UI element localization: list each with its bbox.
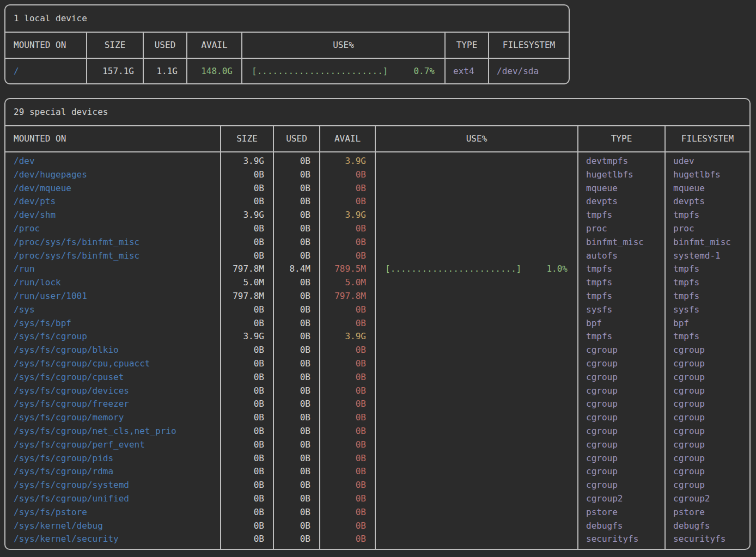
cell-use (376, 438, 577, 452)
cell-type: cgroup (578, 438, 664, 452)
cell-avail: 0B (320, 168, 375, 182)
cell-size: 0B (221, 249, 273, 263)
cell-fs: cgroup (666, 438, 749, 452)
cell-size: 3.9G (221, 209, 273, 222)
cell-use (376, 222, 577, 236)
cell-mount: /dev/shm (5, 209, 220, 222)
cell-size: 0B (221, 465, 273, 479)
cell-avail: 0B (320, 438, 375, 452)
cell-size: 0B (221, 452, 273, 466)
cell-mount: /sys/fs/cgroup/freezer (5, 397, 220, 411)
cell-use (376, 344, 577, 357)
cell-fs: pstore (666, 506, 749, 519)
usage-bar: [........................] (252, 59, 388, 83)
cell-use (376, 236, 577, 249)
cell-mount: /proc (5, 222, 220, 236)
cell-used: 0B (274, 182, 319, 195)
cell-avail: 0B (320, 317, 375, 330)
cell-used: 0B (274, 452, 319, 466)
cell-fs: cgroup (666, 479, 749, 492)
cell-size: 0B (221, 371, 273, 384)
cell-use (376, 492, 577, 506)
column-body-mounted-on: / (5, 59, 86, 83)
cell-fs: cgroup (666, 465, 749, 479)
cell-use (376, 384, 577, 398)
cell-use (376, 532, 577, 546)
cell-type: devpts (578, 195, 664, 209)
column-header-use-percent: USE% (376, 126, 577, 152)
cell-used: 0B (274, 465, 319, 479)
cell-use (376, 465, 577, 479)
cell-fs: cgroup (666, 452, 749, 466)
column-header-avail: AVAIL (187, 33, 241, 59)
cell-avail: 5.0M (320, 276, 375, 290)
cell-avail: 0B (320, 519, 375, 533)
cell-use (376, 182, 577, 195)
cell-size: 0B (221, 506, 273, 519)
cell-fs: cgroup (666, 384, 749, 398)
cell-size: 0B (221, 168, 273, 182)
cell-use (376, 371, 577, 384)
cell-mount: /run (5, 262, 220, 276)
table-columns: MOUNTED ON /dev/dev/hugepages/dev/mqueue… (5, 126, 749, 549)
cell-type: devtmpfs (578, 155, 664, 168)
cell-type: ext4 (446, 59, 488, 83)
cell-size: 0B (221, 411, 273, 425)
cell-avail: 0B (320, 425, 375, 438)
cell-size: 0B (221, 384, 273, 398)
cell-avail: 0B (320, 479, 375, 492)
cell-used: 0B (274, 290, 319, 303)
cell-fs: cgroup (666, 371, 749, 384)
cell-type: tmpfs (578, 330, 664, 344)
cell-size: 3.9G (221, 330, 273, 344)
cell-mount: /sys/fs/cgroup/rdma (5, 465, 220, 479)
cell-used: 0B (274, 492, 319, 506)
column-used: USED 1.1G (144, 33, 187, 83)
cell-used: 0B (274, 532, 319, 546)
cell-type: binfmt_misc (578, 236, 664, 249)
column-body-use-percent: [........................]0.7% (242, 59, 444, 83)
cell-fs: tmpfs (666, 262, 749, 276)
cell-type: tmpfs (578, 209, 664, 222)
cell-size: 0B (221, 222, 273, 236)
cell-fs: cgroup (666, 425, 749, 438)
cell-avail: 0B (320, 357, 375, 371)
cell-use (376, 155, 577, 168)
cell-used: 0B (274, 425, 319, 438)
cell-used: 0B (274, 384, 319, 398)
cell-use (376, 276, 577, 290)
cell-avail: 0B (320, 303, 375, 317)
cell-avail: 0B (320, 344, 375, 357)
cell-avail: 0B (320, 249, 375, 263)
cell-size: 0B (221, 182, 273, 195)
column-body-size: 157.1G (87, 59, 143, 83)
cell-mount: /dev/mqueue (5, 182, 220, 195)
cell-avail: 789.5M (320, 262, 375, 276)
cell-used: 0B (274, 276, 319, 290)
cell-type: autofs (578, 249, 664, 263)
cell-use (376, 411, 577, 425)
cell-used: 0B (274, 195, 319, 209)
column-filesystem: FILESYSTEM /dev/sda (489, 33, 569, 83)
cell-use (376, 452, 577, 466)
cell-used: 0B (274, 411, 319, 425)
cell-size: 0B (221, 317, 273, 330)
cell-type: cgroup (578, 384, 664, 398)
cell-mount: /dev/pts (5, 195, 220, 209)
cell-fs: proc (666, 222, 749, 236)
column-size: SIZE 3.9G0B0B0B3.9G0B0B0B797.8M5.0M797.8… (221, 126, 274, 549)
column-body-use-percent: [........................]1.0% (376, 152, 577, 549)
cell-use (376, 290, 577, 303)
column-header-type: TYPE (446, 33, 488, 59)
cell-fs: devpts (666, 195, 749, 209)
cell-type: cgroup (578, 397, 664, 411)
column-avail: AVAIL 148.0G (187, 33, 242, 83)
cell-mount: /sys/fs/cgroup (5, 330, 220, 344)
cell-size: 0B (221, 344, 273, 357)
cell-mount: /proc/sys/fs/binfmt_misc (5, 236, 220, 249)
cell-type: cgroup (578, 357, 664, 371)
column-header-avail: AVAIL (320, 126, 375, 152)
cell-used: 0B (274, 438, 319, 452)
column-header-mounted-on: MOUNTED ON (5, 126, 220, 152)
cell-used: 0B (274, 155, 319, 168)
